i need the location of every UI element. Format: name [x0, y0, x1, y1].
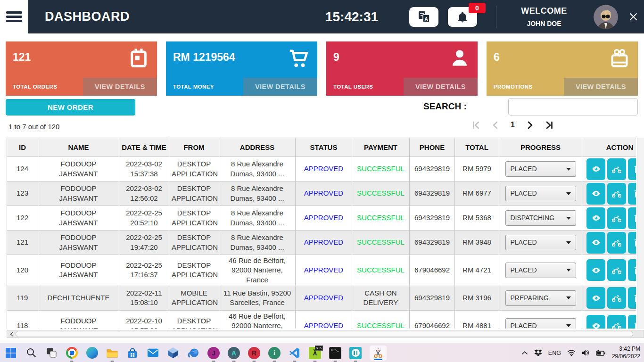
current-page[interactable]: 1: [511, 121, 515, 129]
new-order-button[interactable]: NEW ORDER: [6, 99, 135, 115]
app-j-icon[interactable]: J: [207, 347, 220, 359]
delete-order-button[interactable]: [628, 232, 636, 254]
delivery-bike-button[interactable]: [607, 207, 626, 229]
delete-order-button[interactable]: [628, 287, 636, 309]
volume-icon[interactable]: [582, 349, 590, 356]
edge-icon[interactable]: [86, 347, 98, 359]
search-label: SEARCH :: [423, 101, 467, 112]
col-name: NAME: [38, 138, 119, 157]
scroll-left-button[interactable]: [7, 330, 16, 337]
card-total-orders: 121 TOTAL ORDERS VIEW DETAILS: [6, 41, 157, 96]
last-page-button[interactable]: [545, 121, 553, 129]
restaurant-app-icon[interactable]: [349, 347, 362, 359]
lambda-terminal-icon[interactable]: λ C:\: [309, 347, 321, 359]
delivery-bike-button[interactable]: [607, 315, 626, 329]
progress-dropdown[interactable]: PLACED: [505, 186, 576, 201]
first-page-icon: [472, 121, 480, 129]
horizontal-scrollbar[interactable]: [7, 330, 644, 338]
delivery-bike-button[interactable]: [607, 158, 626, 180]
stat-cards: 121 TOTAL ORDERS VIEW DETAILS RM 1219564: [6, 41, 638, 96]
avatar[interactable]: [594, 5, 618, 29]
app-i-icon[interactable]: i: [268, 347, 281, 359]
menu-toggle-button[interactable]: [0, 0, 28, 33]
vscode-icon[interactable]: [289, 347, 301, 359]
view-order-button[interactable]: [586, 183, 605, 205]
vertical-scrollbar[interactable]: [637, 138, 644, 329]
delete-trash-icon: [633, 265, 636, 275]
search-icon[interactable]: [25, 347, 37, 359]
app-a-icon[interactable]: A: [228, 347, 240, 359]
delete-order-button[interactable]: [628, 183, 636, 205]
delivery-bike-button[interactable]: [607, 232, 626, 254]
next-page-button[interactable]: [527, 121, 533, 129]
horizontal-scrollbar-thumb[interactable]: [16, 331, 633, 337]
progress-dropdown[interactable]: PLACED: [505, 263, 576, 278]
view-eye-icon: [591, 238, 601, 247]
cell-address: 8 Rue Alexandre Dumas, 93400 ...: [219, 157, 296, 181]
delivery-bike-button[interactable]: [607, 183, 626, 205]
progress-dropdown[interactable]: PREPARING: [505, 290, 576, 306]
cell-payment: SUCCESSFUL: [352, 206, 410, 230]
cell-status: APPROVED: [296, 230, 352, 255]
microsoft-store-icon[interactable]: [126, 347, 139, 359]
virtualbox-icon[interactable]: [167, 347, 179, 359]
user-icon: [449, 48, 470, 70]
progress-value: PLACED: [511, 238, 537, 247]
delivery-bike-icon: [611, 265, 622, 275]
progress-dropdown[interactable]: DISPATCHING: [505, 210, 576, 226]
chevron-down-icon: [566, 296, 571, 299]
view-order-button[interactable]: [586, 287, 605, 309]
previous-page-button[interactable]: [492, 121, 498, 129]
cell-total: RM 4721: [455, 255, 499, 286]
close-icon: [629, 13, 637, 21]
translate-button[interactable]: A: [409, 7, 438, 27]
command-prompt-icon[interactable]: C:\_: [329, 347, 341, 359]
progress-dropdown[interactable]: PLACED: [505, 161, 576, 177]
taskbar-clock[interactable]: 3:42 PM 29/06/2022: [612, 346, 640, 360]
file-explorer-icon[interactable]: [106, 347, 118, 359]
delivery-bike-button[interactable]: [607, 259, 626, 281]
view-eye-icon: [591, 213, 601, 223]
mail-icon[interactable]: [147, 347, 159, 359]
view-order-button[interactable]: [586, 259, 605, 281]
app-r-icon[interactable]: R: [248, 347, 260, 359]
elephant-app-icon[interactable]: [187, 347, 199, 359]
view-order-button[interactable]: [586, 207, 605, 229]
view-order-button[interactable]: [586, 315, 605, 329]
col-from: FROM: [169, 138, 219, 157]
view-order-button[interactable]: [586, 158, 605, 180]
view-order-button[interactable]: [586, 232, 605, 254]
progress-dropdown[interactable]: PLACED: [505, 318, 576, 329]
cell-status: APPROVED: [296, 206, 352, 230]
search-input[interactable]: [508, 98, 638, 115]
cell-payment: CASH ON DELIVERY: [352, 286, 410, 310]
view-details-button[interactable]: VIEW DETAILS: [404, 78, 478, 96]
progress-dropdown[interactable]: PLACED: [505, 235, 576, 250]
language-indicator[interactable]: ENG: [548, 350, 561, 356]
dropbox-icon[interactable]: [534, 349, 542, 357]
tray-chevron-up-icon[interactable]: [521, 351, 528, 355]
calendar-icon: [128, 48, 149, 71]
close-button[interactable]: [629, 13, 637, 21]
cell-payment: SUCCESSFUL: [352, 181, 410, 206]
start-button-icon[interactable]: [5, 347, 17, 359]
view-details-button[interactable]: VIEW DETAILS: [83, 78, 157, 96]
chrome-icon[interactable]: [66, 347, 78, 359]
first-page-button[interactable]: [472, 121, 480, 129]
delete-order-button[interactable]: [628, 315, 636, 329]
wifi-icon[interactable]: [567, 349, 576, 356]
cell-total: RM 5368: [455, 206, 499, 230]
delete-order-button[interactable]: [628, 259, 636, 281]
view-details-button[interactable]: VIEW DETAILS: [564, 78, 638, 96]
cell-phone: 694329819: [410, 157, 455, 181]
cell-total: RM 3196: [455, 286, 499, 310]
delete-order-button[interactable]: [628, 158, 636, 180]
snipping-tool-icon[interactable]: [370, 346, 387, 361]
delivery-bike-button[interactable]: [607, 287, 626, 309]
view-details-button[interactable]: VIEW DETAILS: [243, 78, 317, 96]
delete-trash-icon: [633, 321, 636, 329]
battery-icon[interactable]: [596, 350, 606, 356]
delete-order-button[interactable]: [628, 207, 636, 229]
task-view-icon[interactable]: [45, 347, 58, 359]
notifications-button[interactable]: 0: [448, 7, 477, 27]
